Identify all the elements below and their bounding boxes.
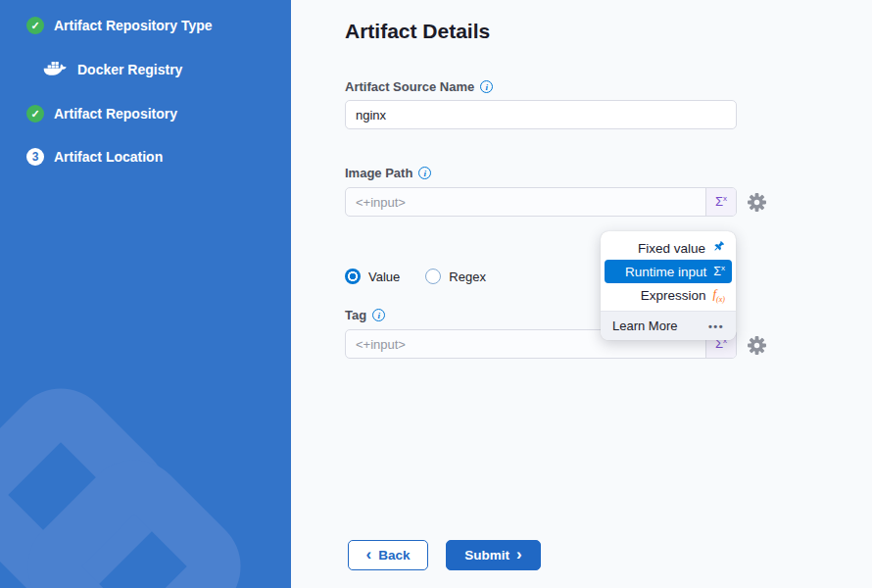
sidebar-step-artifact-repository[interactable]: ✓ Artifact Repository xyxy=(26,105,177,122)
more-options-dots-icon[interactable]: ••• xyxy=(708,320,724,332)
radio-selected[interactable] xyxy=(345,269,361,284)
back-button[interactable]: ‹ Back xyxy=(348,540,428,570)
step-label: Artifact Repository Type xyxy=(54,18,213,33)
artifact-wizard-window: ✓ Artifact Repository Type Docker Regist… xyxy=(0,0,872,588)
input-type-dropdown-menu: Fixed value Runtime input xyxy=(601,231,736,340)
fx-icon: f(x) xyxy=(712,286,725,304)
image-path-settings-gear-icon[interactable] xyxy=(748,193,766,212)
runtime-input-type-button[interactable]: Σx xyxy=(705,188,736,216)
artifact-source-name-label: Artifact Source Name i xyxy=(345,79,493,94)
image-path-label: Image Path i xyxy=(345,166,431,180)
info-glyph: i xyxy=(424,169,427,178)
info-icon[interactable]: i xyxy=(372,309,385,321)
info-glyph: i xyxy=(377,311,380,320)
step-complete-check-icon: ✓ xyxy=(26,17,44,34)
learn-more-link[interactable]: Learn More xyxy=(612,318,677,333)
menu-item-fixed-value[interactable]: Fixed value xyxy=(605,236,732,260)
tag-label: Tag i xyxy=(345,308,385,322)
step-complete-check-icon: ✓ xyxy=(26,105,44,122)
back-button-label: Back xyxy=(378,548,410,563)
sigma-icon: Σx xyxy=(713,264,725,278)
input-type-options: Fixed value Runtime input xyxy=(601,231,736,311)
menu-item-label: Fixed value xyxy=(638,241,705,256)
tag-match-mode-radios: Value Regex xyxy=(345,268,486,285)
chevron-right-icon: › xyxy=(516,546,522,563)
wizard-sidebar: ✓ Artifact Repository Type Docker Regist… xyxy=(0,0,291,588)
sidebar-step-artifact-repository-type[interactable]: ✓ Artifact Repository Type xyxy=(26,17,213,34)
radio-unselected[interactable] xyxy=(425,269,441,284)
page-title: Artifact Details xyxy=(345,20,490,43)
radio-label: Value xyxy=(368,270,400,284)
step-number-badge: 3 xyxy=(26,148,44,166)
menu-footer: Learn More ••• xyxy=(601,311,736,340)
tag-settings-gear-icon[interactable] xyxy=(748,336,766,355)
sigma-icon: Σx xyxy=(715,194,727,209)
info-icon[interactable]: i xyxy=(480,80,493,93)
image-path-field: Σx xyxy=(345,187,737,217)
sidebar-substep-docker-registry[interactable]: Docker Registry xyxy=(43,58,182,80)
radio-option-value[interactable]: Value xyxy=(345,269,400,284)
step-label: Artifact Location xyxy=(54,149,163,165)
step-number: 3 xyxy=(32,150,39,164)
pin-icon xyxy=(712,240,725,256)
sidebar-step-artifact-location[interactable]: 3 Artifact Location xyxy=(26,148,163,166)
radio-option-regex[interactable]: Regex xyxy=(425,269,486,284)
info-icon[interactable]: i xyxy=(418,167,431,179)
artifact-source-name-input[interactable] xyxy=(345,100,737,129)
check-glyph: ✓ xyxy=(30,108,39,121)
label-text: Tag xyxy=(345,308,366,322)
docker-whale-icon xyxy=(43,58,69,80)
substep-label: Docker Registry xyxy=(77,62,182,77)
step-label: Artifact Repository xyxy=(54,106,177,122)
label-text: Artifact Source Name xyxy=(345,79,474,94)
menu-item-runtime-input[interactable]: Runtime input Σx xyxy=(605,260,732,283)
label-text: Image Path xyxy=(345,166,412,180)
submit-button-label: Submit xyxy=(464,548,509,563)
chevron-left-icon: ‹ xyxy=(366,546,372,563)
check-glyph: ✓ xyxy=(30,20,39,32)
info-glyph: i xyxy=(485,82,488,92)
image-path-input[interactable] xyxy=(345,187,737,217)
menu-item-label: Expression xyxy=(641,288,706,303)
submit-button[interactable]: Submit › xyxy=(446,540,541,570)
artifact-details-panel: Artifact Details Artifact Source Name i … xyxy=(291,0,872,588)
menu-item-expression[interactable]: Expression f(x) xyxy=(605,283,732,307)
radio-label: Regex xyxy=(449,270,486,284)
menu-item-label: Runtime input xyxy=(625,265,706,279)
